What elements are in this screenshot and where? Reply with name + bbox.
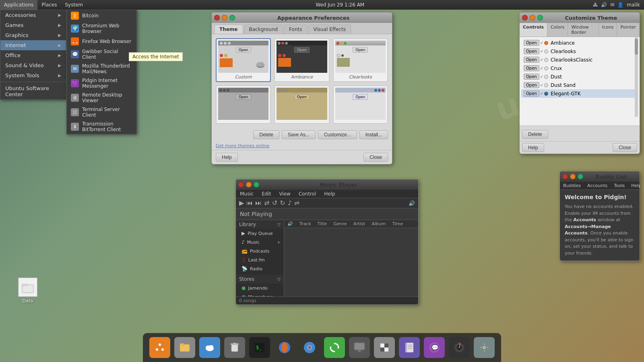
theme-clearlooks[interactable]: Open Clearlooks — [333, 38, 388, 82]
lib-music[interactable]: ♪ Music + — [236, 238, 284, 247]
ctab-colors[interactable]: Colors — [547, 23, 568, 37]
desktop-icon-data[interactable]: Data — [18, 278, 37, 304]
buddy-menu-tools[interactable]: Tools — [611, 182, 628, 189]
next-button[interactable]: ⏭ — [255, 200, 262, 206]
close-button[interactable] — [214, 15, 220, 21]
menu-sound-video[interactable]: Sound & Video ▶ — [0, 60, 66, 70]
menu-ubuntu-software[interactable]: Ubuntu Software Center — [0, 83, 66, 99]
help-button[interactable]: Help — [216, 153, 238, 162]
submenu-firefox[interactable]: 🦊 Firefox Web Browser — [67, 36, 136, 47]
music-maximize-button[interactable] — [254, 182, 259, 187]
buddy-menu-help[interactable]: Help — [628, 182, 640, 189]
install-button[interactable]: Install... — [359, 130, 388, 139]
lib-lastfm[interactable]: ♫ Last.fm — [236, 255, 284, 264]
prev-button[interactable]: ⏮ — [246, 200, 253, 206]
menu-games[interactable]: Games ▶ — [0, 20, 66, 30]
music-menu-help[interactable]: Help — [320, 190, 339, 198]
ctab-icons[interactable]: Icons — [599, 23, 617, 37]
maximize-button[interactable] — [229, 15, 235, 21]
lib-magnatune[interactable]: ● Magnatune — [236, 292, 284, 296]
taskbar-places[interactable]: Places — [37, 0, 61, 10]
submenu-terminal-server[interactable]: ⊡ Terminal Server Client — [67, 105, 136, 119]
taskbar-system[interactable]: System — [61, 0, 87, 10]
submenu-thunderbird[interactable]: ✉ Mozilla Thunderbird Mail/News — [67, 62, 136, 76]
tab-visual-effects[interactable]: Visual Effects — [308, 25, 351, 34]
menu-graphics[interactable]: Graphics ▶ — [0, 30, 66, 40]
close-button[interactable]: Close — [363, 153, 388, 162]
tli-clearlooksclassic[interactable]: Open ✓ ClearlooksClassic — [521, 56, 638, 64]
save-as-button[interactable]: Save As... — [282, 130, 316, 139]
volume-control[interactable]: 🔊 — [409, 200, 415, 206]
minimize-button[interactable] — [530, 15, 535, 21]
customize-help-button[interactable]: Help — [522, 143, 544, 152]
theme-custom[interactable]: Open Custom — [216, 38, 271, 82]
close-button[interactable] — [522, 15, 528, 21]
dock-browser[interactable] — [299, 337, 320, 358]
dock-sync[interactable] — [324, 337, 345, 358]
dock-files[interactable] — [174, 337, 195, 358]
lib-jamendo[interactable]: ● Jamendo — [236, 284, 284, 292]
dock-pidgin[interactable]: 💬 — [424, 337, 445, 358]
tli-crux[interactable]: Open ✓ Crux — [521, 64, 638, 72]
collapse-library-icon[interactable]: ▽ — [277, 222, 281, 227]
customize-close-button[interactable]: Close — [613, 143, 637, 152]
volume-icon[interactable]: 🔊 — [601, 2, 607, 8]
buddy-close-button[interactable] — [562, 174, 568, 179]
dock-music[interactable] — [449, 337, 470, 358]
tab-background[interactable]: Background — [244, 25, 283, 34]
get-themes-link[interactable]: Get more themes online — [212, 142, 392, 150]
submenu-transmission[interactable]: ⬇ Transmission BitTorrent Client — [67, 119, 136, 134]
customize-button[interactable]: Customize... — [318, 130, 357, 139]
lib-podcasts[interactable]: 📻 Podcasts — [236, 247, 284, 255]
menu-office[interactable]: Office ▶ — [0, 50, 66, 60]
tli-ambiance[interactable]: Open ✓ Ambiance — [521, 39, 638, 47]
submenu-gwibber[interactable]: 💬 Gwibber Social Client — [67, 47, 136, 62]
theme-5[interactable]: Open — [274, 85, 329, 124]
music-menu-control[interactable]: Control — [295, 190, 320, 198]
music-menu-music[interactable]: Music — [236, 190, 258, 198]
dock-terminal[interactable]: $_ — [249, 337, 270, 358]
notes-button[interactable]: ♪ — [288, 200, 292, 206]
submenu-bitcoin[interactable]: ₿ Bitcoin — [67, 10, 136, 21]
shuffle2-button[interactable]: ⇌ — [294, 200, 299, 206]
music-minimize-button[interactable] — [246, 182, 252, 187]
buddy-minimize-button[interactable] — [570, 174, 576, 179]
ctab-pointer[interactable]: Pointer — [617, 23, 640, 37]
buddy-maximize-button[interactable] — [578, 174, 583, 179]
ctab-controls[interactable]: Controls — [520, 23, 547, 37]
dock-trash[interactable] — [224, 337, 245, 358]
dock-cloud[interactable] — [199, 337, 220, 358]
submenu-remote-desktop[interactable]: 🖥 Remote Desktop Viewer — [67, 90, 136, 105]
user-icon[interactable]: 👤 — [617, 2, 623, 8]
menu-system-tools[interactable]: System Tools ▶ — [0, 70, 66, 80]
submenu-chromium[interactable]: 🌍 Chromium Web Browser — [67, 21, 136, 36]
dock-book[interactable] — [399, 337, 420, 358]
theme-ambiance[interactable]: Open Ambiance — [274, 38, 329, 82]
delete-button[interactable]: Delete — [253, 130, 279, 139]
dock-screen[interactable] — [349, 337, 370, 358]
tab-theme[interactable]: Theme — [214, 25, 243, 34]
shuffle-button[interactable]: ⇄ — [264, 200, 269, 206]
buddy-menu-accounts[interactable]: Accounts — [584, 182, 611, 189]
dock-ubuntu[interactable] — [149, 337, 170, 358]
music-menu-view[interactable]: View — [275, 190, 294, 198]
repeat-button[interactable]: ↺ — [272, 200, 277, 206]
dock-firefox[interactable] — [274, 337, 295, 358]
menu-accessories[interactable]: Accessories ▶ — [0, 10, 66, 20]
tli-dust-sand[interactable]: Open ✓ Dust Sand — [521, 81, 638, 89]
dock-chess[interactable] — [374, 337, 395, 358]
theme-6[interactable]: Open — [333, 85, 388, 124]
dock-settings[interactable] — [474, 337, 495, 358]
add-music-icon[interactable]: + — [277, 240, 281, 245]
menu-internet[interactable]: Internet ▶ — [0, 40, 66, 50]
tli-clearlooks[interactable]: Open ✓ Clearlooks — [521, 47, 638, 56]
mail-icon[interactable]: ✉ — [610, 2, 614, 8]
lib-radio[interactable]: 📡 Radio — [236, 264, 284, 273]
taskbar-applications[interactable]: Applications — [0, 0, 37, 10]
music-menu-edit[interactable]: Edit — [258, 190, 275, 198]
lib-play-queue[interactable]: ▶ Play Queue — [236, 229, 284, 238]
network-icon[interactable]: 🖧 — [593, 2, 598, 8]
collapse-stores-icon[interactable]: ▽ — [277, 277, 281, 282]
buddy-menu-buddies[interactable]: Buddies — [560, 182, 584, 189]
minimize-button[interactable] — [222, 15, 227, 21]
